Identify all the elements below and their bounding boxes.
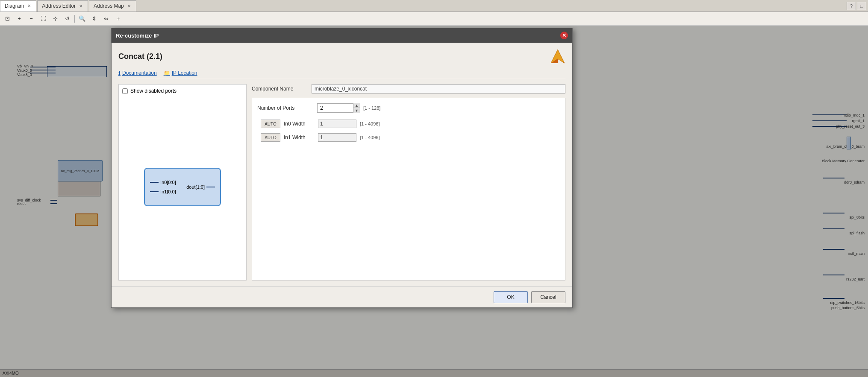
align-h-button[interactable]: ⇔ — [100, 14, 112, 24]
dout-label: dout[1:0] — [186, 184, 205, 190]
show-disabled-checkbox[interactable] — [122, 88, 128, 94]
in0-label: In0[0:0] — [160, 180, 176, 185]
in1-width-row: AUTO In1 Width [1 - 4096] — [257, 133, 560, 142]
zoom-in-button[interactable]: + — [14, 14, 25, 24]
component-name-label: Component Name — [252, 86, 312, 92]
zoom-out-button[interactable]: − — [26, 14, 37, 24]
in0-auto-button[interactable]: AUTO — [261, 120, 280, 128]
left-panel: Show disabled ports In0[0:0] — [118, 84, 247, 281]
modal-title-text: Re-customize IP — [116, 32, 159, 39]
zoom-fit-button[interactable]: ⊡ — [2, 14, 13, 24]
diagram-canvas[interactable]: Vb_Vn_0 Vaux0_0 Vaux8_0 Processor System… — [0, 26, 868, 377]
in1-wire — [150, 191, 159, 192]
ok-button[interactable]: OK — [494, 291, 528, 303]
tab-diagram-label: Diagram — [5, 3, 24, 9]
modal-footer: OK Cancel — [112, 286, 572, 307]
cancel-button[interactable]: Cancel — [531, 291, 565, 303]
in1-label: In1[0:0] — [160, 189, 176, 194]
in1-width-label: In1 Width — [284, 134, 318, 140]
num-ports-spinbox: ▲ ▼ — [317, 103, 360, 113]
align-v-button[interactable]: ⇕ — [88, 14, 100, 24]
doc-icon: ℹ — [118, 70, 121, 76]
in0-port: In0[0:0] — [150, 180, 176, 185]
num-ports-label: Number of Ports — [257, 105, 317, 111]
toolbar: ⊡ + − ⛶ ⊹ ↺ 🔍 ⇕ ⇔ ＋ — [0, 12, 868, 26]
settings-scroll-area[interactable]: Number of Ports ▲ ▼ [1 - 128] — [252, 98, 565, 281]
show-disabled-label: Show disabled ports — [130, 88, 177, 94]
tab-documentation-label: Documentation — [122, 70, 157, 76]
dout-wire — [206, 187, 215, 187]
tab-documentation[interactable]: ℹ Documentation — [118, 70, 157, 76]
tab-bar: Diagram ✕ Address Editor ✕ Address Map ✕… — [0, 0, 868, 12]
concat-left-ports: In0[0:0] In1[0:0] — [150, 180, 176, 194]
component-name-input[interactable] — [312, 84, 565, 94]
tab-address-editor[interactable]: Address Editor ✕ — [37, 0, 88, 12]
num-ports-range: [1 - 128] — [363, 105, 380, 111]
block-preview-area: In0[0:0] In1[0:0] dout[1:0] — [122, 97, 243, 277]
in1-port: In1[0:0] — [150, 189, 176, 194]
add-button[interactable]: ＋ — [112, 14, 124, 24]
in0-width-input[interactable] — [318, 120, 356, 128]
tab-address-editor-close[interactable]: ✕ — [78, 3, 83, 9]
vivado-logo — [550, 49, 565, 64]
help-button[interactable]: ? — [847, 2, 856, 10]
modal-body: Show disabled ports In0[0:0] — [118, 84, 565, 281]
modal-titlebar: Re-customize IP ✕ — [112, 28, 572, 43]
in1-width-range: [1 - 4096] — [360, 135, 380, 140]
spin-up-button[interactable]: ▲ — [353, 103, 360, 108]
tab-ip-location[interactable]: 📁 IP Location — [164, 70, 197, 76]
window-controls: ? □ — [847, 0, 868, 12]
component-name-row: Component Name — [252, 84, 565, 94]
select-button[interactable]: ⊹ — [50, 14, 61, 24]
in0-width-row: AUTO In0 Width [1 - 4096] — [257, 120, 560, 128]
ip-title: Concat (2.1) — [118, 52, 162, 61]
fullscreen-button[interactable]: ⛶ — [38, 14, 49, 24]
refresh-button[interactable]: ↺ — [62, 14, 73, 24]
right-panel: Component Name Number of Ports ▲ — [252, 84, 565, 281]
in1-auto-button[interactable]: AUTO — [261, 133, 280, 142]
maximize-button[interactable]: □ — [857, 2, 866, 10]
num-ports-row: Number of Ports ▲ ▼ [1 - 128] — [257, 103, 560, 113]
spin-down-button[interactable]: ▼ — [353, 108, 360, 113]
tab-address-map-close[interactable]: ✕ — [127, 3, 132, 9]
recustomize-modal: Re-customize IP ✕ Concat (2.1) — [111, 28, 573, 308]
tab-diagram[interactable]: Diagram ✕ — [0, 0, 36, 12]
toolbar-separator-1 — [74, 15, 75, 23]
modal-overlay: Re-customize IP ✕ Concat (2.1) — [0, 26, 868, 377]
search-button[interactable]: 🔍 — [77, 14, 88, 24]
modal-close-button[interactable]: ✕ — [560, 32, 568, 39]
tab-diagram-close[interactable]: ✕ — [26, 3, 32, 9]
in1-width-input[interactable] — [318, 133, 356, 142]
dout-port: dout[1:0] — [186, 184, 215, 190]
tab-ip-location-label: IP Location — [172, 70, 197, 76]
tab-address-map-label: Address Map — [94, 3, 124, 9]
modal-tabs: ℹ Documentation 📁 IP Location — [118, 70, 565, 78]
ip-location-icon: 📁 — [164, 70, 170, 76]
tab-address-editor-label: Address Editor — [42, 3, 76, 9]
concat-block-diagram: In0[0:0] In1[0:0] dout[1:0] — [144, 168, 221, 206]
tab-address-map[interactable]: Address Map ✕ — [89, 0, 136, 12]
main-area: Vb_Vn_0 Vaux0_0 Vaux8_0 Processor System… — [0, 26, 868, 377]
show-disabled-row: Show disabled ports — [122, 88, 243, 94]
in0-width-range: [1 - 4096] — [360, 121, 380, 126]
modal-header-row: Concat (2.1) — [118, 49, 565, 64]
in0-width-label: In0 Width — [284, 121, 318, 127]
in0-wire — [150, 182, 159, 183]
modal-content-area: Concat (2.1) ℹ Documentation — [112, 43, 572, 286]
